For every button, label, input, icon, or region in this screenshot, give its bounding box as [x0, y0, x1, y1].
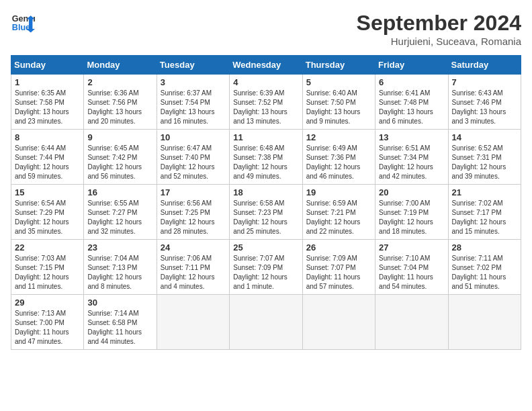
day-cell-10: 10Sunrise: 6:47 AMSunset: 7:40 PMDayligh… — [157, 130, 229, 185]
day-info: Sunrise: 7:09 AMSunset: 7:07 PMDaylight:… — [306, 254, 371, 291]
day-info: Sunrise: 6:45 AMSunset: 7:42 PMDaylight:… — [87, 144, 152, 181]
empty-cell — [448, 295, 521, 350]
day-number: 29 — [15, 298, 80, 308]
header: General Blue September 2024 Hurjuieni, S… — [11, 11, 521, 47]
day-cell-5: 5Sunrise: 6:40 AMSunset: 7:50 PMDaylight… — [302, 75, 375, 130]
day-info: Sunrise: 6:41 AMSunset: 7:48 PMDaylight:… — [379, 89, 444, 126]
day-cell-20: 20Sunrise: 7:00 AMSunset: 7:19 PMDayligh… — [375, 185, 448, 240]
day-info: Sunrise: 6:58 AMSunset: 7:23 PMDaylight:… — [233, 199, 298, 236]
day-number: 25 — [233, 242, 298, 253]
svg-text:Blue: Blue — [12, 23, 30, 32]
day-number: 18 — [233, 187, 298, 197]
day-cell-15: 15Sunrise: 6:54 AMSunset: 7:29 PMDayligh… — [11, 185, 84, 240]
day-number: 6 — [379, 77, 444, 87]
day-cell-8: 8Sunrise: 6:44 AMSunset: 7:44 PMDaylight… — [11, 130, 84, 185]
header-monday: Monday — [84, 56, 157, 75]
day-info: Sunrise: 7:13 AMSunset: 7:00 PMDaylight:… — [15, 309, 80, 347]
day-info: Sunrise: 7:00 AMSunset: 7:19 PMDaylight:… — [379, 199, 444, 236]
day-info: Sunrise: 7:10 AMSunset: 7:04 PMDaylight:… — [379, 254, 444, 291]
day-info: Sunrise: 6:47 AMSunset: 7:40 PMDaylight:… — [161, 144, 226, 181]
day-cell-9: 9Sunrise: 6:45 AMSunset: 7:42 PMDaylight… — [84, 130, 157, 185]
header-tuesday: Tuesday — [157, 56, 229, 75]
day-info: Sunrise: 7:14 AMSunset: 6:58 PMDaylight:… — [87, 309, 152, 347]
empty-cell — [157, 295, 229, 350]
calendar-row-2: 8Sunrise: 6:44 AMSunset: 7:44 PMDaylight… — [11, 130, 521, 185]
day-info: Sunrise: 7:04 AMSunset: 7:13 PMDaylight:… — [87, 254, 152, 291]
day-info: Sunrise: 6:56 AMSunset: 7:25 PMDaylight:… — [161, 199, 226, 236]
day-number: 27 — [379, 242, 444, 253]
day-number: 19 — [306, 187, 371, 197]
day-cell-25: 25Sunrise: 7:07 AMSunset: 7:09 PMDayligh… — [230, 240, 302, 295]
day-cell-30: 30Sunrise: 7:14 AMSunset: 6:58 PMDayligh… — [84, 295, 157, 350]
day-cell-6: 6Sunrise: 6:41 AMSunset: 7:48 PMDaylight… — [375, 75, 448, 130]
day-info: Sunrise: 6:59 AMSunset: 7:21 PMDaylight:… — [306, 199, 371, 236]
day-number: 2 — [87, 77, 152, 87]
day-cell-2: 2Sunrise: 6:36 AMSunset: 7:56 PMDaylight… — [84, 75, 157, 130]
day-info: Sunrise: 6:36 AMSunset: 7:56 PMDaylight:… — [87, 89, 152, 126]
day-cell-1: 1Sunrise: 6:35 AMSunset: 7:58 PMDaylight… — [11, 75, 84, 130]
day-cell-18: 18Sunrise: 6:58 AMSunset: 7:23 PMDayligh… — [230, 185, 302, 240]
calendar-row-5: 29Sunrise: 7:13 AMSunset: 7:00 PMDayligh… — [11, 295, 521, 350]
day-info: Sunrise: 7:07 AMSunset: 7:09 PMDaylight:… — [233, 254, 298, 291]
day-info: Sunrise: 6:39 AMSunset: 7:52 PMDaylight:… — [233, 89, 298, 126]
day-info: Sunrise: 7:03 AMSunset: 7:15 PMDaylight:… — [15, 254, 80, 291]
calendar-row-1: 1Sunrise: 6:35 AMSunset: 7:58 PMDaylight… — [11, 75, 521, 130]
empty-cell — [230, 295, 302, 350]
day-info: Sunrise: 6:43 AMSunset: 7:46 PMDaylight:… — [452, 89, 517, 126]
day-cell-26: 26Sunrise: 7:09 AMSunset: 7:07 PMDayligh… — [302, 240, 375, 295]
day-cell-7: 7Sunrise: 6:43 AMSunset: 7:46 PMDaylight… — [448, 75, 521, 130]
day-cell-16: 16Sunrise: 6:55 AMSunset: 7:27 PMDayligh… — [84, 185, 157, 240]
day-cell-14: 14Sunrise: 6:52 AMSunset: 7:31 PMDayligh… — [448, 130, 521, 185]
day-cell-23: 23Sunrise: 7:04 AMSunset: 7:13 PMDayligh… — [84, 240, 157, 295]
day-info: Sunrise: 6:44 AMSunset: 7:44 PMDaylight:… — [15, 144, 80, 181]
day-info: Sunrise: 6:37 AMSunset: 7:54 PMDaylight:… — [161, 89, 226, 126]
day-info: Sunrise: 6:49 AMSunset: 7:36 PMDaylight:… — [306, 144, 371, 181]
day-number: 16 — [87, 187, 152, 197]
day-info: Sunrise: 7:11 AMSunset: 7:02 PMDaylight:… — [452, 254, 517, 291]
day-cell-21: 21Sunrise: 7:02 AMSunset: 7:17 PMDayligh… — [448, 185, 521, 240]
day-cell-17: 17Sunrise: 6:56 AMSunset: 7:25 PMDayligh… — [157, 185, 229, 240]
logo: General Blue — [11, 11, 35, 35]
day-number: 7 — [452, 77, 517, 87]
day-info: Sunrise: 6:52 AMSunset: 7:31 PMDaylight:… — [452, 144, 517, 181]
day-number: 11 — [233, 132, 298, 142]
day-cell-27: 27Sunrise: 7:10 AMSunset: 7:04 PMDayligh… — [375, 240, 448, 295]
day-number: 5 — [306, 77, 371, 87]
calendar-table: Sunday Monday Tuesday Wednesday Thursday… — [11, 55, 521, 350]
day-info: Sunrise: 6:35 AMSunset: 7:58 PMDaylight:… — [15, 89, 80, 126]
day-cell-24: 24Sunrise: 7:06 AMSunset: 7:11 PMDayligh… — [157, 240, 229, 295]
header-saturday: Saturday — [448, 56, 521, 75]
weekday-header-row: Sunday Monday Tuesday Wednesday Thursday… — [11, 56, 521, 75]
day-number: 17 — [161, 187, 226, 197]
day-cell-13: 13Sunrise: 6:51 AMSunset: 7:34 PMDayligh… — [375, 130, 448, 185]
calendar-row-4: 22Sunrise: 7:03 AMSunset: 7:15 PMDayligh… — [11, 240, 521, 295]
day-info: Sunrise: 6:48 AMSunset: 7:38 PMDaylight:… — [233, 144, 298, 181]
day-number: 12 — [306, 132, 371, 142]
day-info: Sunrise: 6:54 AMSunset: 7:29 PMDaylight:… — [15, 199, 80, 236]
logo-icon: General Blue — [11, 11, 35, 35]
day-info: Sunrise: 7:06 AMSunset: 7:11 PMDaylight:… — [161, 254, 226, 291]
day-cell-29: 29Sunrise: 7:13 AMSunset: 7:00 PMDayligh… — [11, 295, 84, 350]
day-number: 8 — [15, 132, 80, 142]
calendar-subtitle: Hurjuieni, Suceava, Romania — [357, 36, 521, 47]
day-number: 24 — [161, 242, 226, 253]
day-number: 15 — [15, 187, 80, 197]
day-info: Sunrise: 7:02 AMSunset: 7:17 PMDaylight:… — [452, 199, 517, 236]
header-wednesday: Wednesday — [230, 56, 302, 75]
header-friday: Friday — [375, 56, 448, 75]
day-info: Sunrise: 6:51 AMSunset: 7:34 PMDaylight:… — [379, 144, 444, 181]
day-cell-28: 28Sunrise: 7:11 AMSunset: 7:02 PMDayligh… — [448, 240, 521, 295]
empty-cell — [375, 295, 448, 350]
day-number: 30 — [87, 298, 152, 308]
day-number: 9 — [87, 132, 152, 142]
day-number: 22 — [15, 242, 80, 253]
day-cell-22: 22Sunrise: 7:03 AMSunset: 7:15 PMDayligh… — [11, 240, 84, 295]
day-number: 4 — [233, 77, 298, 87]
calendar-row-3: 15Sunrise: 6:54 AMSunset: 7:29 PMDayligh… — [11, 185, 521, 240]
day-cell-3: 3Sunrise: 6:37 AMSunset: 7:54 PMDaylight… — [157, 75, 229, 130]
day-number: 3 — [161, 77, 226, 87]
day-number: 14 — [452, 132, 517, 142]
title-area: September 2024 Hurjuieni, Suceava, Roman… — [357, 11, 521, 47]
day-cell-19: 19Sunrise: 6:59 AMSunset: 7:21 PMDayligh… — [302, 185, 375, 240]
day-number: 28 — [452, 242, 517, 253]
